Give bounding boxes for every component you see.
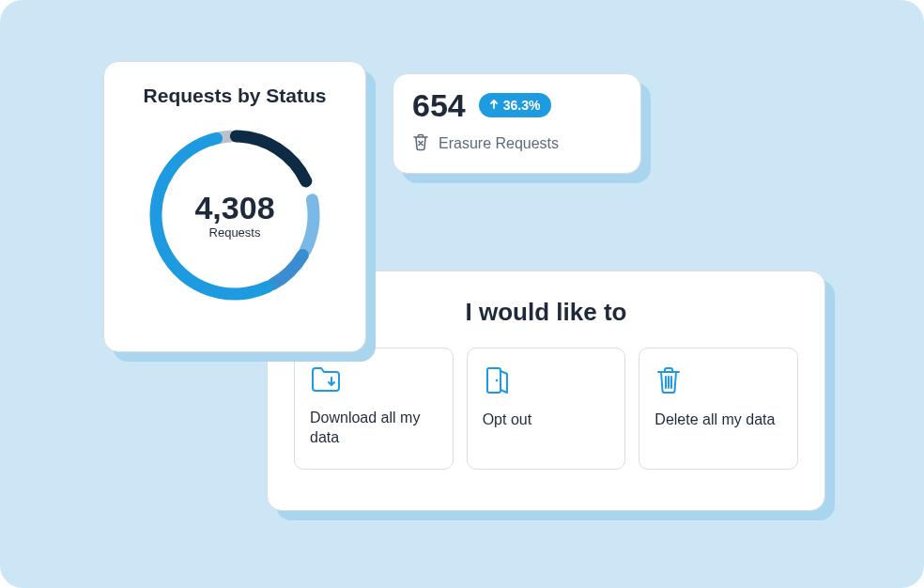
action-label: Opt out <box>483 410 610 430</box>
action-delete-data[interactable]: Delete all my data <box>639 348 798 470</box>
erasure-label: Erasure Requests <box>439 135 559 152</box>
actions-grid: Download all my data Opt out <box>294 348 798 470</box>
door-exit-icon <box>483 365 610 399</box>
trash-icon <box>654 365 782 399</box>
status-card-title: Requests by Status <box>127 85 343 107</box>
status-card: Requests by Status 4,308 Requests <box>103 61 366 352</box>
erasure-row-top: 654 36.3% <box>412 89 622 121</box>
svg-point-1 <box>495 379 498 382</box>
action-label: Download all my data <box>310 409 438 448</box>
folder-download-icon <box>310 365 438 397</box>
canvas: I would like to Download all my data <box>0 0 924 588</box>
erasure-row-bottom: Erasure Requests <box>412 132 622 155</box>
requests-total-label: Requests <box>209 225 261 240</box>
erasure-card: 654 36.3% Erasure Requests <box>393 73 641 174</box>
change-value: 36.3% <box>503 98 541 113</box>
requests-total: 4,308 <box>194 192 274 224</box>
erasure-count: 654 <box>412 89 466 121</box>
action-opt-out[interactable]: Opt out <box>467 348 626 470</box>
svg-rect-0 <box>487 368 500 393</box>
action-download-data[interactable]: Download all my data <box>294 348 454 470</box>
erasure-icon <box>412 132 429 155</box>
donut-center: 4,308 Requests <box>136 116 333 314</box>
change-badge: 36.3% <box>479 93 552 117</box>
action-label: Delete all my data <box>654 410 782 430</box>
requests-donut-chart: 4,308 Requests <box>136 116 333 314</box>
arrow-up-icon <box>488 98 500 113</box>
